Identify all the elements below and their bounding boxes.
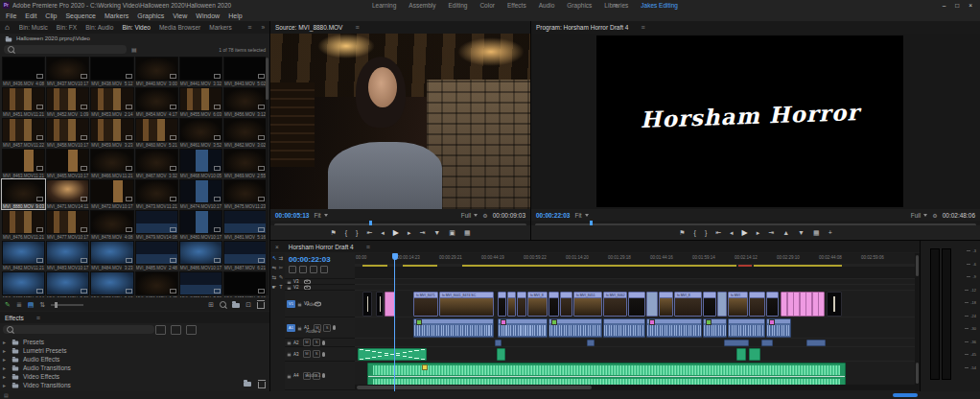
source-panel-menu-icon[interactable]: ≡ bbox=[355, 24, 359, 31]
timeline-clip-video[interactable] bbox=[781, 292, 825, 317]
tab-bin-audio[interactable]: Bin: Audio bbox=[85, 24, 113, 31]
ripple-edit-tool[interactable]: ⇋ bbox=[271, 265, 278, 274]
timeline-settings-icon[interactable] bbox=[320, 266, 328, 273]
timeline-clip-video[interactable] bbox=[548, 292, 559, 317]
maximize-button[interactable]: □ bbox=[955, 2, 959, 9]
find-icon[interactable] bbox=[220, 301, 226, 308]
track-lock-icon[interactable] bbox=[288, 354, 292, 357]
extract-icon[interactable]: ▼ bbox=[798, 229, 805, 236]
bin-item[interactable]: MVI_8478.MOV4:08 bbox=[90, 210, 133, 240]
bin-item[interactable]: MVI_8492.MOV7:30 bbox=[179, 271, 222, 297]
menu-window[interactable]: Window bbox=[196, 12, 220, 19]
step-forward-icon[interactable]: ▸ bbox=[757, 229, 760, 237]
track-header-a1[interactable]: A1A1MSAudio 1 bbox=[285, 317, 355, 338]
timeline-clip-audio[interactable] bbox=[761, 340, 773, 346]
timeline-clip-audio[interactable] bbox=[766, 318, 791, 338]
bin-item[interactable]: MVI_8880.MOV9:03 bbox=[2, 179, 45, 209]
source-current-timecode[interactable]: 00:00:05:13 bbox=[275, 212, 309, 219]
menu-clip[interactable]: Clip bbox=[45, 12, 57, 19]
snap-icon[interactable] bbox=[289, 266, 296, 273]
timeline-content[interactable]: 00:0000:00:14:2300:00:29:2100:00:44:1900… bbox=[355, 253, 915, 391]
timeline-clip-video[interactable] bbox=[827, 292, 842, 317]
bin-item[interactable]: MVI_8484.MOV3:23 bbox=[90, 241, 133, 270]
type-tool[interactable]: T bbox=[278, 284, 285, 293]
track-lock-icon[interactable] bbox=[288, 342, 292, 345]
source-zoom-select[interactable]: Fit bbox=[314, 212, 327, 219]
timeline-clip-audio[interactable] bbox=[603, 318, 645, 338]
tab-effects[interactable]: Effects bbox=[5, 315, 24, 321]
add-marker-icon[interactable] bbox=[310, 266, 317, 273]
effects-panel-menu-icon[interactable]: ≡ bbox=[36, 315, 40, 321]
timeline-clip-video[interactable] bbox=[717, 292, 727, 317]
bin-item[interactable]: MVI_8467.MOV3:32 bbox=[135, 149, 178, 178]
selection-tool[interactable]: ↖ bbox=[271, 255, 278, 265]
effects-search-input[interactable] bbox=[16, 325, 126, 335]
chevron-right-icon[interactable]: ▸ bbox=[3, 364, 8, 371]
menu-markers[interactable]: Markers bbox=[105, 12, 128, 19]
track-lane-a1[interactable] bbox=[355, 317, 915, 338]
menu-file[interactable]: File bbox=[6, 12, 16, 19]
tab-bin-music[interactable]: Bin: Music bbox=[19, 24, 48, 31]
workspace-tab-audio[interactable]: Audio bbox=[539, 2, 555, 9]
bin-item[interactable]: MVI_8459.MOV3:23 bbox=[90, 118, 133, 148]
add-marker-icon[interactable]: ⚑ bbox=[679, 229, 685, 237]
bin-item[interactable]: MVI_8463.MOV11:21 bbox=[2, 149, 45, 178]
voiceover-record-icon[interactable] bbox=[333, 325, 336, 330]
tab-bin-video[interactable]: Bin: Video bbox=[122, 24, 151, 31]
timeline-clip-audio-green[interactable] bbox=[749, 348, 760, 361]
home-icon[interactable]: ⌂ bbox=[5, 23, 10, 32]
timeline-timecode[interactable]: 00:00:22:03 bbox=[289, 255, 331, 264]
track-lock-icon[interactable] bbox=[298, 327, 302, 330]
chevron-right-icon[interactable]: ▸ bbox=[3, 373, 8, 380]
timeline-clip-video[interactable] bbox=[659, 292, 673, 317]
workspace-tab-editing[interactable]: Editing bbox=[449, 2, 468, 9]
program-resolution-select[interactable]: Full bbox=[911, 212, 927, 219]
mark-in-icon[interactable]: { bbox=[694, 229, 696, 236]
track-lane-a3[interactable] bbox=[355, 346, 915, 361]
source-patch-v1[interactable]: V1 bbox=[287, 300, 295, 308]
timeline-clip-audio[interactable] bbox=[413, 318, 494, 338]
timeline-clip-audio[interactable] bbox=[587, 340, 595, 346]
timeline-clip-video[interactable]: fx MVI bbox=[728, 292, 748, 317]
bin-item[interactable]: MVI_8438.MOV5:12 bbox=[90, 57, 133, 86]
bin-item[interactable]: MVI_8462.MOV3:02 bbox=[223, 118, 266, 148]
slip-tool[interactable]: ⇆ bbox=[271, 274, 278, 284]
timeline-clip-audio[interactable] bbox=[703, 318, 727, 338]
close-sequence-icon[interactable]: × bbox=[275, 244, 279, 250]
solo-track-button[interactable]: S bbox=[313, 350, 320, 358]
solo-track-button[interactable]: S bbox=[323, 324, 331, 332]
track-header-a4[interactable]: A4MSAudio 3 bbox=[285, 361, 355, 389]
bin-item[interactable]: MVI_8493.MOV2:10 bbox=[223, 271, 266, 297]
workspace-tab-graphics[interactable]: Graphics bbox=[567, 2, 592, 9]
new-custom-bin-icon[interactable] bbox=[244, 382, 251, 387]
timeline-clip-audio[interactable] bbox=[646, 318, 702, 338]
zoom-slider[interactable] bbox=[51, 304, 83, 306]
bin-item[interactable]: MVI_8451.MOV11:21 bbox=[2, 87, 45, 117]
bin-item[interactable]: MVI_8486.MOV10:17 bbox=[179, 241, 222, 270]
timeline-clip-video[interactable] bbox=[749, 292, 765, 317]
bin-item[interactable]: MVI_8455.MOV6:03 bbox=[179, 87, 222, 117]
panel-menu-icon[interactable]: ≡ bbox=[247, 24, 251, 31]
bin-item[interactable]: MVI_8461.MOV3:52 bbox=[179, 118, 222, 148]
lift-icon[interactable]: ▲ bbox=[782, 229, 789, 236]
timeline-clip-audio[interactable] bbox=[728, 318, 765, 338]
bin-item[interactable]: MVI_8473.MOV11:21 bbox=[135, 179, 178, 209]
timeline-clip-video[interactable]: fx MVI_8451 bbox=[573, 292, 602, 317]
bin-item[interactable]: MVI_8458.MOV10:17 bbox=[46, 118, 89, 148]
timeline-clip-video[interactable] bbox=[517, 292, 526, 317]
workspace-tab-effects[interactable]: Effects bbox=[507, 2, 526, 9]
timeline-clip-video[interactable]: fx MVI_8441_8474 SC bbox=[439, 292, 494, 317]
source-settings-icon[interactable]: ⚙ bbox=[482, 212, 487, 219]
track-header-v1[interactable]: V1V1Video 1 bbox=[285, 290, 355, 317]
timeline-clip-video[interactable] bbox=[766, 292, 779, 317]
timeline-clip-video[interactable] bbox=[498, 292, 506, 317]
new-bin-icon[interactable] bbox=[232, 303, 240, 308]
track-select-tool[interactable]: ⇉ bbox=[278, 255, 285, 265]
voiceover-record-icon[interactable] bbox=[322, 340, 325, 345]
track-header-a2[interactable]: A2MS bbox=[285, 338, 355, 346]
bin-search-box[interactable] bbox=[4, 45, 127, 54]
bin-item[interactable]: MVI_8466.MOV11:21 bbox=[90, 149, 133, 178]
effects-folder-row[interactable]: ▸Lumetri Presets bbox=[3, 346, 262, 355]
play-icon[interactable]: ▶ bbox=[393, 228, 399, 237]
bin-item[interactable]: MVI_8465.MOV10:17 bbox=[46, 149, 89, 178]
